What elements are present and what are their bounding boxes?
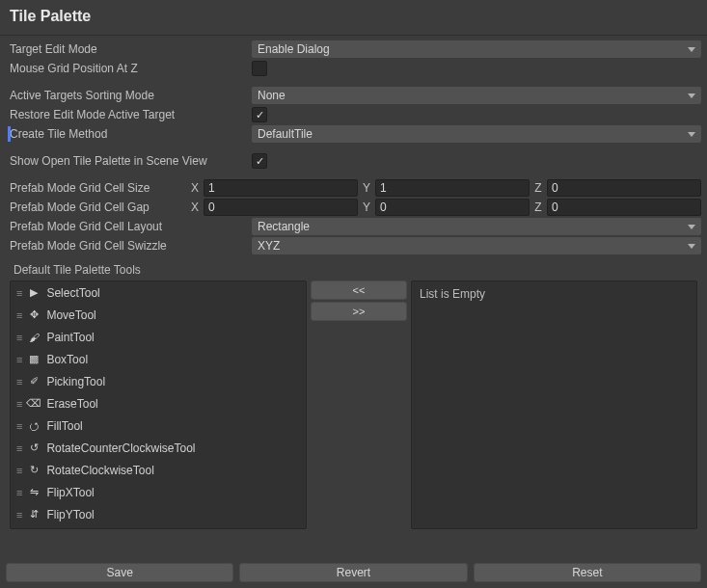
page-title: Tile Palette: [0, 0, 707, 36]
label-prefab-cell-layout: Prefab Mode Grid Cell Layout: [6, 220, 252, 233]
flipx-icon: ⇋: [27, 486, 41, 498]
override-indicator: [8, 126, 11, 142]
rotcw-icon: ↻: [27, 464, 41, 476]
active-targets-sort-select[interactable]: None: [252, 87, 701, 104]
drag-handle-icon[interactable]: ≡: [16, 287, 21, 299]
select-value: Rectangle: [258, 218, 310, 235]
target-edit-mode-select[interactable]: Enable Dialog: [252, 40, 701, 58]
drag-handle-icon[interactable]: ≡: [16, 465, 21, 476]
axis-z-label: Z: [533, 200, 543, 214]
paint-icon: 🖌: [27, 332, 41, 343]
available-tools-list[interactable]: List is Empty: [411, 281, 697, 529]
restore-edit-target-checkbox[interactable]: ✓: [252, 107, 267, 122]
axis-y-label: Y: [362, 200, 371, 214]
pick-icon: ✐: [27, 375, 41, 388]
box-icon: ▩: [27, 353, 41, 365]
drag-handle-icon[interactable]: ≡: [16, 332, 21, 343]
revert-button[interactable]: Revert: [239, 563, 467, 582]
tool-item[interactable]: ≡🖌PaintTool: [11, 326, 306, 348]
chevron-down-icon: [688, 225, 695, 229]
label-target-edit-mode: Target Edit Mode: [6, 42, 252, 56]
drag-handle-icon[interactable]: ≡: [16, 354, 21, 365]
fill-icon: ⭯: [27, 420, 41, 432]
drag-handle-icon[interactable]: ≡: [16, 442, 21, 454]
move-right-button[interactable]: >>: [311, 302, 407, 321]
drag-handle-icon[interactable]: ≡: [16, 309, 21, 321]
prefab-cell-swizzle-select[interactable]: XYZ: [252, 237, 701, 254]
create-tile-method-select[interactable]: DefaultTile: [252, 125, 701, 143]
move-left-button[interactable]: <<: [311, 281, 407, 300]
reset-button[interactable]: Reset: [474, 563, 701, 582]
tool-item[interactable]: ≡▩BoxTool: [11, 348, 306, 370]
cell-gap-y-input[interactable]: [375, 199, 530, 216]
cell-gap-z-input[interactable]: [547, 199, 701, 216]
chevron-down-icon: [688, 94, 695, 98]
label-restore-edit-target: Restore Edit Mode Active Target: [6, 108, 252, 121]
cell-size-z-input[interactable]: [547, 179, 701, 197]
label-create-tile-method: Create Tile Method: [6, 127, 252, 141]
tool-name: PaintTool: [46, 331, 94, 344]
tool-item[interactable]: ≡⇋FlipXTool: [11, 481, 306, 503]
chevron-down-icon: [688, 244, 695, 249]
default-tools-list[interactable]: ≡▶SelectTool≡✥MoveTool≡🖌PaintTool≡▩BoxTo…: [10, 281, 307, 529]
tool-item[interactable]: ≡↺RotateCounterClockwiseTool: [11, 437, 306, 459]
rotccw-icon: ↺: [27, 441, 41, 454]
label-show-open-palette: Show Open Tile Palette in Scene View: [6, 154, 252, 168]
empty-list-text: List is Empty: [420, 287, 485, 301]
tool-item[interactable]: ≡▶SelectTool: [11, 281, 306, 304]
save-button[interactable]: Save: [6, 563, 233, 582]
tool-name: RotateCounterClockwiseTool: [46, 441, 195, 455]
tool-item[interactable]: ≡⌫EraseTool: [11, 392, 306, 414]
tool-item[interactable]: ≡↻RotateClockwiseTool: [11, 459, 306, 481]
label-mouse-grid-z: Mouse Grid Position At Z: [6, 62, 252, 75]
move-icon: ✥: [27, 308, 41, 321]
tool-name: FlipXTool: [46, 486, 94, 499]
tool-item[interactable]: ≡✐PickingTool: [11, 370, 306, 392]
axis-y-label: Y: [362, 181, 371, 195]
tool-name: BoxTool: [46, 353, 88, 366]
cell-size-x-input[interactable]: [204, 179, 358, 197]
axis-z-label: Z: [533, 181, 543, 195]
tool-name: FillTool: [46, 419, 82, 433]
tool-name: PickingTool: [46, 375, 105, 388]
tool-name: EraseTool: [46, 397, 97, 411]
drag-handle-icon[interactable]: ≡: [16, 376, 21, 388]
tool-item[interactable]: ≡✥MoveTool: [11, 304, 306, 326]
drag-handle-icon[interactable]: ≡: [16, 509, 21, 521]
label-prefab-cell-gap: Prefab Mode Grid Cell Gap: [6, 200, 190, 214]
label-prefab-cell-swizzle: Prefab Mode Grid Cell Swizzle: [6, 239, 252, 253]
chevron-down-icon: [688, 132, 695, 137]
select-value: XYZ: [258, 237, 280, 254]
show-open-palette-checkbox[interactable]: ✓: [252, 153, 267, 169]
tool-name: SelectTool: [46, 286, 99, 300]
select-value: None: [258, 87, 286, 104]
cell-gap-x-input[interactable]: [204, 199, 358, 216]
chevron-down-icon: [688, 47, 695, 52]
flipy-icon: ⇵: [27, 508, 41, 521]
erase-icon: ⌫: [27, 397, 41, 410]
drag-handle-icon[interactable]: ≡: [16, 487, 21, 498]
cell-size-y-input[interactable]: [375, 179, 530, 197]
label-default-tools: Default Tile Palette Tools: [6, 255, 701, 281]
tool-name: FlipYTool: [46, 508, 94, 521]
select-icon: ▶: [27, 286, 41, 299]
select-value: DefaultTile: [258, 125, 313, 143]
tool-name: RotateClockwiseTool: [46, 464, 153, 477]
tool-item[interactable]: ≡⭯FillTool: [11, 414, 306, 437]
select-value: Enable Dialog: [258, 40, 330, 58]
axis-x-label: X: [190, 200, 200, 214]
label-active-targets-sort: Active Targets Sorting Mode: [6, 89, 252, 102]
prefab-cell-layout-select[interactable]: Rectangle: [252, 218, 701, 235]
mouse-grid-z-checkbox[interactable]: [252, 61, 267, 76]
tool-name: MoveTool: [46, 308, 95, 322]
tool-item[interactable]: ≡⇵FlipYTool: [11, 503, 306, 525]
drag-handle-icon[interactable]: ≡: [16, 420, 21, 432]
axis-x-label: X: [190, 181, 200, 195]
drag-handle-icon[interactable]: ≡: [16, 398, 21, 410]
label-prefab-cell-size: Prefab Mode Grid Cell Size: [6, 181, 190, 195]
